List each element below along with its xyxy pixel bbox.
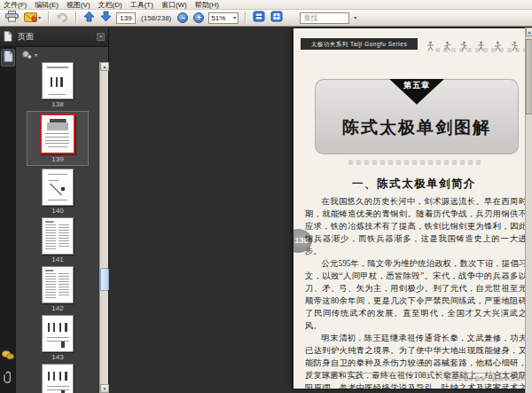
zoom-level-select[interactable]: 51% ▾ bbox=[208, 12, 239, 24]
page-thumbnail[interactable] bbox=[42, 266, 74, 303]
thumbnail-options-icon bbox=[21, 47, 32, 63]
fit-page-button[interactable] bbox=[270, 11, 284, 25]
martial-figure-icon bbox=[460, 39, 468, 55]
pages-panel-header: 页面 ▪ bbox=[0, 28, 108, 47]
comments-icon bbox=[2, 348, 14, 364]
chapter-title: 陈式太极单剑图解 bbox=[315, 116, 519, 139]
menu-document[interactable]: 文档(D) bbox=[98, 0, 122, 10]
find-input[interactable]: 查找 bbox=[300, 12, 349, 24]
thumbnail-slot-140[interactable]: 140 bbox=[42, 169, 74, 215]
comments-tab-button[interactable] bbox=[1, 347, 15, 365]
page-thumbnail[interactable] bbox=[42, 217, 74, 255]
find-placeholder: 查找 bbox=[303, 13, 317, 23]
toolbar: ▾ (158/238) − + 51% ▾ bbox=[0, 10, 532, 27]
next-page-button[interactable] bbox=[99, 11, 113, 25]
toolbar-separator bbox=[48, 12, 49, 24]
menu-help[interactable]: 帮助(H) bbox=[195, 0, 219, 10]
options-caret-icon: ▾ bbox=[35, 52, 37, 58]
zoom-in-button[interactable]: + bbox=[192, 11, 205, 25]
page-number-input[interactable] bbox=[116, 12, 136, 24]
page-thumbnail[interactable] bbox=[42, 62, 74, 99]
martial-figure-icon bbox=[477, 39, 485, 55]
page-thumbnail[interactable] bbox=[42, 364, 74, 393]
page-thumbnail[interactable] bbox=[42, 315, 74, 352]
arrow-down-icon bbox=[100, 10, 112, 26]
thumbnail-preview bbox=[43, 365, 72, 393]
zoom-caret-icon: ▾ bbox=[233, 15, 236, 20]
thumbnail-label: 140 bbox=[51, 207, 63, 215]
attachments-tab-button[interactable] bbox=[1, 370, 15, 388]
strip-bottom bbox=[1, 347, 15, 391]
thumbnail-preview bbox=[43, 219, 72, 253]
thumbnail-slot-143[interactable]: 143 bbox=[42, 315, 74, 361]
thumbnail-options-button[interactable]: ▾ bbox=[21, 47, 37, 63]
scrollbar-thumb[interactable] bbox=[100, 268, 109, 291]
thumbnail-preview bbox=[43, 64, 72, 98]
thumbnail-label: 138 bbox=[51, 100, 63, 108]
scroll-down-button[interactable]: ▼ bbox=[100, 384, 109, 393]
body-text: 在我国悠久的历史长河中，剑术源远流长。早在西周时期，就能铸造优美的青铜剑。随着历… bbox=[305, 195, 527, 389]
arrow-up-icon bbox=[83, 10, 95, 26]
previous-page-button[interactable] bbox=[82, 11, 96, 25]
thumbnail-label: 139 bbox=[51, 155, 63, 163]
pages-tab-button[interactable] bbox=[1, 49, 15, 67]
pages-icon bbox=[4, 50, 13, 66]
previous-view-button bbox=[55, 11, 69, 25]
pane-body: ▾ 138 139 14 bbox=[0, 47, 108, 393]
thumbnail-slot-142[interactable]: 142 bbox=[42, 266, 74, 312]
martial-figure-icon bbox=[443, 39, 451, 55]
print-button[interactable] bbox=[4, 11, 20, 25]
zoom-out-icon: − bbox=[177, 12, 188, 23]
fit-page-icon bbox=[270, 10, 283, 26]
thumbnail-slot-139-selected[interactable]: 139 bbox=[27, 111, 89, 166]
toolbar-separator bbox=[245, 12, 246, 24]
document-scrollbar[interactable]: ▲ bbox=[525, 28, 532, 393]
fit-width-button[interactable] bbox=[252, 11, 266, 25]
printer-icon bbox=[5, 10, 19, 26]
thumbnail-slot-138[interactable]: 138 bbox=[42, 62, 74, 108]
zoom-level-value: 51% bbox=[211, 14, 225, 22]
martial-figure-icon bbox=[494, 39, 502, 55]
main-area: 页面 ▪ bbox=[0, 28, 532, 393]
thumbnail-slot-141[interactable]: 141 bbox=[42, 217, 74, 263]
menu-view[interactable]: 视图(V) bbox=[66, 0, 90, 10]
find-caret-icon[interactable]: ▾ bbox=[354, 15, 356, 20]
martial-figure-icon bbox=[511, 39, 519, 55]
previous-view-icon bbox=[56, 10, 68, 26]
fit-width-icon bbox=[253, 10, 265, 26]
menu-file[interactable]: 文件(F) bbox=[4, 0, 27, 10]
thumbnails-scrollbar[interactable]: ▲ ▼ bbox=[99, 62, 108, 393]
menu-window[interactable]: 窗口(W) bbox=[161, 0, 187, 10]
page-count-label: (158/238) bbox=[141, 14, 171, 22]
paragraph: 在我国悠久的历史长河中，剑术源远流长。早在西周时期，就能铸造优美的青铜剑。随着历… bbox=[305, 195, 527, 257]
section-heading: 一、陈式太极单剑简介 bbox=[293, 177, 532, 192]
thumbnail-label: 143 bbox=[51, 353, 63, 361]
nav-icon-strip bbox=[0, 47, 16, 393]
menu-bar: 文件(F) 编辑(E) 视图(V) 文档(D) 工具(T) 窗口(W) 帮助(H… bbox=[0, 0, 532, 10]
pdf-reader-window: 文件(F) 编辑(E) 视图(V) 文档(D) 工具(T) 窗口(W) 帮助(H… bbox=[0, 0, 532, 393]
thumbnail-preview bbox=[43, 170, 72, 204]
menu-edit[interactable]: 编辑(E) bbox=[35, 0, 59, 10]
panel-menu-button[interactable]: ▪ bbox=[97, 33, 105, 41]
thumbnail-label: 141 bbox=[51, 255, 63, 263]
thumbnail-list: 138 139 140 141 bbox=[16, 62, 99, 393]
chapter-title-box: 第五章 陈式太极单剑图解 bbox=[315, 79, 519, 154]
pdf-page[interactable]: 太极功夫系列 Taiji Gongfu Series 第五章 陈式太极单剑图解 bbox=[293, 28, 532, 389]
doc-scroll-up-button[interactable]: ▲ bbox=[526, 28, 532, 36]
thumbnail-slot-144[interactable]: 144 bbox=[42, 364, 74, 393]
menu-tools[interactable]: 工具(T) bbox=[130, 0, 153, 10]
navigation-pane: 页面 ▪ bbox=[0, 28, 109, 393]
page-thumbnail[interactable] bbox=[42, 169, 74, 206]
page-icon bbox=[4, 31, 12, 43]
doc-scrollbar-thumb[interactable] bbox=[526, 39, 532, 114]
pages-panel: ▾ 138 139 14 bbox=[16, 47, 108, 393]
scroll-up-button[interactable]: ▲ bbox=[100, 62, 109, 71]
email-caret-icon[interactable]: ▾ bbox=[38, 15, 41, 20]
thumbnail-label: 142 bbox=[51, 304, 63, 312]
chapter-number-badge: 第五章 bbox=[389, 79, 444, 106]
document-canvas[interactable]: 太极功夫系列 Taiji Gongfu Series 第五章 陈式太极单剑图解 bbox=[109, 28, 532, 393]
paragraph: 公元595年，隋文帝为维护统治政权，数次下诏，提倡习文，以致“人间甲杖，悉皆除毁… bbox=[305, 257, 527, 332]
page-thumbnail-selected[interactable] bbox=[40, 114, 75, 154]
email-button[interactable]: ▾ bbox=[23, 11, 42, 25]
zoom-out-button[interactable]: − bbox=[176, 11, 189, 25]
